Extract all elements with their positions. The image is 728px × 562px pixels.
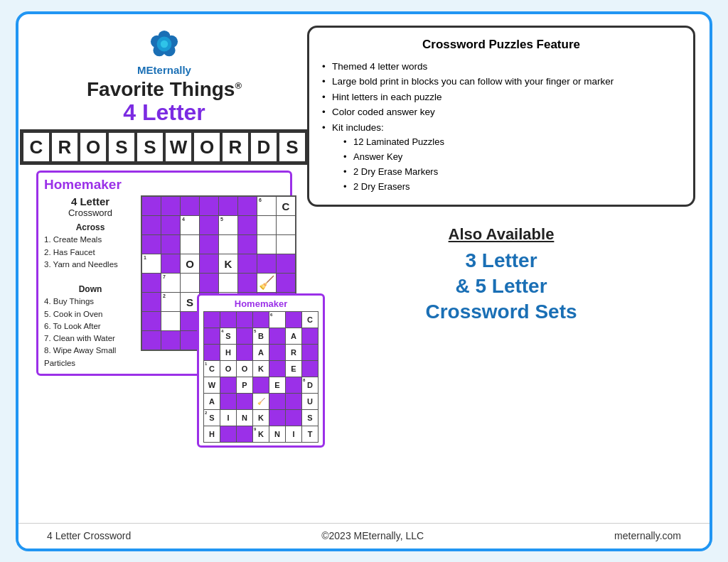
banner-letter-c: C xyxy=(22,131,50,163)
sc-r6c5 xyxy=(269,394,285,409)
cell-r3c3 xyxy=(181,235,199,254)
banner-letter-d: D xyxy=(250,131,278,163)
cell-r2c8 xyxy=(277,216,295,234)
clue-3: 3. Yarn and Needles xyxy=(44,259,136,271)
puzzle-subtitle2: Crossword xyxy=(44,207,136,218)
cell-r1c7: 6 xyxy=(257,197,276,215)
cell-r3c1 xyxy=(142,235,161,254)
sc-r8c4: 9K xyxy=(253,426,269,442)
clue-2: 2. Has Faucet xyxy=(44,247,136,259)
feature-item-5: Kit includes: 12 Laminated Puzzles Answe… xyxy=(322,120,680,195)
sc-r6c1: A xyxy=(204,394,220,409)
cell-r4c8 xyxy=(277,254,295,273)
sc-r8c3 xyxy=(237,426,252,442)
sc-r7c4: K xyxy=(253,410,269,426)
sc-r7c6 xyxy=(286,410,301,426)
sc-r4c1: 1C xyxy=(204,361,220,377)
cell-r3c5 xyxy=(219,235,237,254)
flower-icon xyxy=(146,26,183,63)
sc-r3c2: H xyxy=(220,345,236,360)
feature-list: Themed 4 letter words Large bold print i… xyxy=(322,59,680,195)
clue-5: 5. Cook in Oven xyxy=(44,308,136,320)
sc-r3c5 xyxy=(269,345,285,360)
sc-r4c7 xyxy=(302,361,318,377)
also-available-section: Also Available 3 Letter & 5 Letter Cross… xyxy=(307,225,695,325)
cell-r6c1 xyxy=(142,293,161,311)
kit-item-3: 2 Dry Erase Markers xyxy=(343,165,680,180)
small-puzzle-title: Homemaker xyxy=(203,298,318,309)
down-heading: Down xyxy=(44,283,136,296)
cell-r2c1 xyxy=(142,216,161,234)
cell-r5c8 xyxy=(277,274,295,292)
feature-item-3: Hint letters in each puzzle xyxy=(322,90,680,105)
puzzle-title: Homemaker xyxy=(44,177,284,193)
cell-r1c3 xyxy=(181,197,199,215)
feature-item-2: Large bold print in blocks you can follo… xyxy=(322,74,680,90)
sc-r4c5 xyxy=(269,361,285,377)
cell-r1c2 xyxy=(161,197,180,215)
sc-r5c6 xyxy=(286,377,301,393)
sc-r8c2 xyxy=(220,426,236,442)
cell-r4c3: O xyxy=(181,254,199,273)
sc-r4c2: O xyxy=(220,361,236,377)
svg-point-6 xyxy=(161,40,168,47)
footer-left: 4 Letter Crossword xyxy=(47,530,131,541)
sc-r8c5: N xyxy=(269,426,285,442)
feature-item-1: Themed 4 letter words xyxy=(322,59,680,75)
sc-r3c4: A xyxy=(253,345,269,360)
cell-r2c3: 4 xyxy=(181,216,199,234)
sc-r1c4 xyxy=(253,312,269,328)
cell-r2c6 xyxy=(238,216,257,234)
sc-r2c7 xyxy=(302,328,318,344)
sc-r4c4: K xyxy=(253,361,269,377)
sc-r8c7: T xyxy=(302,426,318,442)
sc-r5c5: E xyxy=(269,377,285,393)
footer: 4 Letter Crossword ©2023 MEternally, LLC… xyxy=(18,523,710,549)
clue-1: 1. Create Meals xyxy=(44,234,136,246)
cell-r5c7: 🧹 xyxy=(257,274,276,292)
puzzle-subtitle: 4 Letter xyxy=(44,195,136,207)
sc-r2c3 xyxy=(237,328,252,344)
title-4letter: 4 Letter xyxy=(123,100,205,125)
sc-r2c6: A xyxy=(286,328,301,344)
cell-r5c6 xyxy=(238,274,257,292)
cell-r5c1 xyxy=(142,274,161,292)
sc-r6c4: 🧹 xyxy=(253,394,269,409)
sc-r2c4: 5B xyxy=(253,328,269,344)
cell-r8c2 xyxy=(161,331,180,350)
sc-r1c2 xyxy=(220,312,236,328)
sc-r2c1 xyxy=(204,328,220,344)
sc-r3c6: R xyxy=(286,345,301,360)
sc-r1c3 xyxy=(237,312,252,328)
sc-r1c1 xyxy=(204,312,220,328)
sc-r3c7 xyxy=(302,345,318,360)
cell-r4c7 xyxy=(257,254,276,273)
cell-r5c3 xyxy=(181,274,199,292)
cell-r2c2 xyxy=(161,216,180,234)
feature-box-title: Crossword Puzzles Feature xyxy=(322,38,680,52)
kit-item-2: Answer Key xyxy=(343,150,680,165)
sc-r6c3 xyxy=(237,394,252,409)
clue-8: 8. Wipe Away Small Particles xyxy=(44,345,136,369)
page-container: MEternally Favorite Things® 4 Letter C R… xyxy=(16,11,712,551)
sc-r8c1: H xyxy=(204,426,220,442)
cell-r7c2 xyxy=(161,312,180,330)
feature-box: Crossword Puzzles Feature Themed 4 lette… xyxy=(307,26,695,207)
small-grid: 6 C 4S 5B A xyxy=(203,311,318,426)
sc-r7c3: N xyxy=(237,410,252,426)
also-available-title: Also Available xyxy=(307,225,695,244)
sc-r4c6: E xyxy=(286,361,301,377)
sc-r3c1 xyxy=(204,345,220,360)
cell-r6c2: 2 xyxy=(161,293,180,311)
sc-r2c5 xyxy=(269,328,285,344)
cell-r2c5: 5 xyxy=(219,216,237,234)
banner-letter-s1: S xyxy=(107,131,136,163)
feature-item-4: Color coded answer key xyxy=(322,104,680,120)
logo-area: MEternally xyxy=(137,26,191,76)
cell-r4c5: K xyxy=(219,254,237,273)
sc-r7c7: S xyxy=(302,410,318,426)
cell-r8c1 xyxy=(142,331,161,350)
cell-r5c5 xyxy=(219,274,237,292)
cell-r1c5 xyxy=(219,197,237,215)
banner-letter-r: R xyxy=(50,131,79,163)
